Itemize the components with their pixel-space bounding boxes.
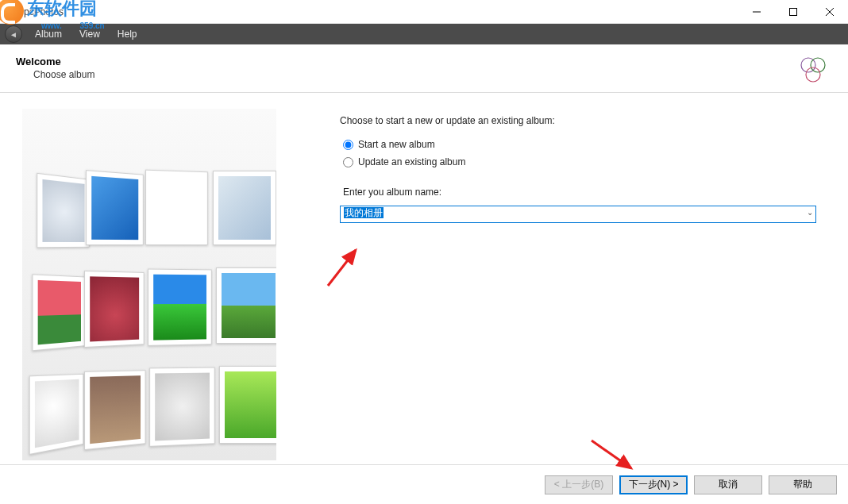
close-icon — [826, 8, 834, 16]
radio-update-existing-label: Update an existing album — [358, 156, 465, 167]
radio-start-new-input[interactable] — [343, 140, 353, 150]
wizard-options: Choose to start a new or update an exist… — [276, 91, 848, 460]
minimize-icon — [753, 8, 761, 16]
title-bar: pcPhotos — [0, 0, 848, 24]
title-bar-left: pcPhotos — [6, 6, 64, 18]
minimize-button[interactable] — [738, 0, 775, 24]
back-button: < 上一步(B) — [545, 475, 613, 494]
album-name-label: Enter you album name: — [343, 187, 816, 198]
wizard-header: Welcome Choose album — [0, 44, 848, 93]
chevron-left-icon: ◄ — [10, 30, 17, 39]
album-preview-pane — [22, 109, 276, 460]
menu-help[interactable]: Help — [110, 25, 145, 43]
svg-point-5 — [811, 58, 825, 72]
help-button[interactable]: 帮助 — [769, 475, 837, 494]
maximize-button[interactable] — [775, 0, 811, 24]
cancel-button[interactable]: 取消 — [694, 475, 762, 494]
radio-start-new[interactable]: Start a new album — [343, 139, 816, 150]
album-name-value: 我的相册 — [344, 207, 384, 218]
wizard-footer: < 上一步(B) 下一步(N) > 取消 帮助 — [0, 464, 848, 504]
page-title: Welcome — [16, 56, 94, 67]
radio-update-existing-input[interactable] — [343, 157, 353, 167]
maximize-icon — [789, 8, 797, 16]
menu-album[interactable]: Album — [27, 25, 70, 43]
svg-point-6 — [806, 67, 820, 82]
album-name-input[interactable]: 我的相册 — [340, 206, 816, 223]
svg-rect-1 — [790, 9, 797, 16]
app-logo-icon — [797, 56, 829, 84]
window-title: pcPhotos — [24, 6, 64, 17]
window-controls — [738, 0, 848, 23]
next-button[interactable]: 下一步(N) > — [619, 475, 688, 494]
page-subtitle: Choose album — [33, 69, 94, 80]
wizard-content: Choose to start a new or update an exist… — [0, 91, 848, 460]
wizard-header-text: Welcome Choose album — [16, 56, 94, 80]
menu-bar: ◄ Album View Help — [0, 24, 848, 44]
app-icon — [6, 6, 19, 18]
radio-update-existing[interactable]: Update an existing album — [343, 156, 816, 167]
instruction-text: Choose to start a new or update an exist… — [340, 115, 816, 126]
nav-back-button[interactable]: ◄ — [5, 25, 22, 43]
menu-view[interactable]: View — [71, 25, 108, 43]
close-button[interactable] — [811, 0, 848, 24]
album-name-combobox[interactable]: 我的相册 ⌄ — [340, 206, 816, 223]
photo-wall-illustration — [22, 109, 276, 460]
radio-start-new-label: Start a new album — [358, 139, 435, 150]
